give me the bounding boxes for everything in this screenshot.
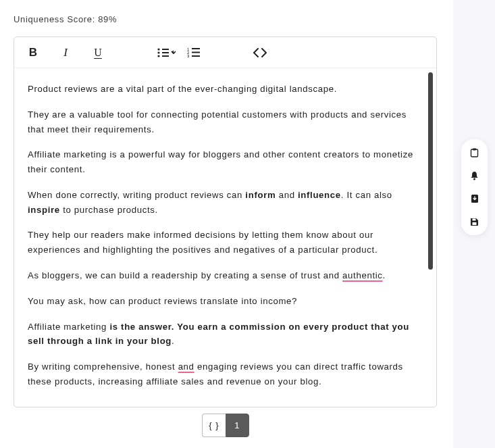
paragraph: As bloggers, we can build a readership b… [28,268,421,283]
pager-braces-button[interactable]: { } [202,414,226,437]
ordered-list-button[interactable]: 1 2 3 [184,43,203,62]
paragraph: They help our readers make informed deci… [28,228,421,257]
editor-content[interactable]: Product reviews are a vital part of the … [14,68,436,407]
page-root: Uniqueness Score: 89% B I U [0,0,495,448]
editor-viewport: Product reviews are a vital part of the … [14,68,436,407]
paragraph: They are a valuable tool for connecting … [28,107,421,137]
code-button[interactable] [251,43,269,62]
download-icon[interactable] [469,193,480,204]
paragraph: By writing comprehensive, honest and eng… [28,359,421,389]
svg-point-0 [157,48,159,50]
svg-point-14 [473,178,475,180]
svg-rect-9 [192,51,200,53]
unordered-list-button[interactable] [155,43,178,62]
save-icon[interactable] [469,216,480,227]
svg-rect-3 [162,52,169,53]
spelling-error: and [178,362,194,372]
pager-page-1[interactable]: 1 [226,414,249,437]
pager: { } 1 [202,414,249,437]
svg-text:3: 3 [187,54,190,58]
svg-point-4 [157,55,159,57]
svg-rect-17 [473,218,476,220]
paragraph: When done correctly, writing product rev… [28,188,421,218]
underline-button[interactable]: U [88,43,107,62]
clipboard-icon[interactable] [469,147,480,158]
svg-rect-5 [162,55,169,57]
bold-button[interactable]: B [24,43,43,62]
paragraph: Product reviews are a vital part of the … [28,82,421,97]
italic-button[interactable]: I [56,43,75,62]
svg-rect-7 [192,48,200,49]
svg-rect-12 [471,149,478,157]
svg-rect-1 [162,49,169,50]
svg-rect-11 [192,55,200,57]
right-rail [453,0,495,448]
paragraph: Affiliate marketing is a powerful way fo… [28,147,421,177]
formatting-toolbar: B I U 1 2 3 [14,37,436,68]
spelling-error: authentic [342,270,382,280]
svg-point-2 [157,51,159,53]
scrollbar-thumb[interactable] [428,72,433,270]
bell-icon[interactable] [469,170,480,181]
paragraph: You may ask, how can product reviews tra… [28,294,421,309]
paragraph: Affiliate marketing is the answer. You e… [28,320,421,349]
editor-container: B I U 1 2 3 [14,36,437,407]
uniqueness-score: Uniqueness Score: 89% [14,14,117,24]
rail-toolbar [461,139,488,235]
svg-rect-16 [473,222,477,225]
svg-rect-13 [473,149,476,151]
